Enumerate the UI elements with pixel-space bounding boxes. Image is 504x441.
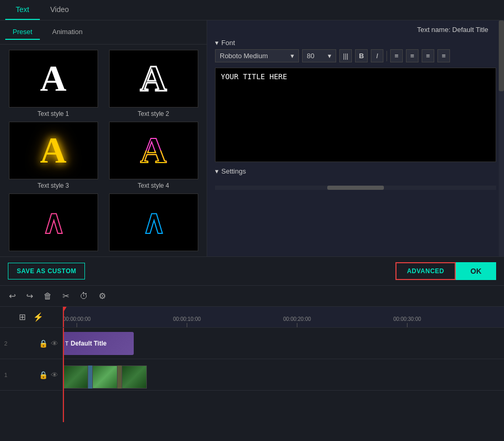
style-letter-5: ∧ bbox=[42, 204, 65, 241]
undo-button[interactable]: ↩ bbox=[8, 290, 17, 302]
save-as-custom-button[interactable]: SAVE AS CUSTOM bbox=[8, 263, 85, 279]
track-lock-icon-1[interactable]: 🔒 bbox=[39, 371, 48, 379]
tab-animation[interactable]: Animation bbox=[45, 25, 90, 40]
format-italic-btn[interactable]: I bbox=[371, 49, 383, 62]
text-clip-name: Default Title bbox=[71, 340, 106, 347]
right-panel: Text name: Default Title ▾ Font Roboto M… bbox=[207, 20, 504, 256]
style-item-2[interactable]: A Text style 2 bbox=[105, 50, 201, 117]
font-controls: Roboto Medium ▾ 80 ▾ ||| B I ≡ ≡ ≡ ≡ bbox=[215, 49, 496, 62]
right-buttons-group: ADVANCED OK bbox=[395, 262, 496, 280]
style-item-4[interactable]: A Text style 4 bbox=[105, 122, 201, 189]
settings-section-header: ▾ Settings bbox=[215, 167, 496, 175]
timeline-main: 00:00:00:00 00:00:10:00 00:00:20:00 00:0… bbox=[63, 307, 504, 422]
settings-button[interactable]: ⚙ bbox=[98, 290, 107, 302]
font-section-label: Font bbox=[221, 39, 235, 47]
format-strikethrough-btn[interactable]: ||| bbox=[339, 49, 352, 62]
video-clip-2[interactable] bbox=[92, 365, 117, 389]
text-input-area[interactable]: YOUR TITLE HERE bbox=[215, 68, 496, 162]
video-thumb-inner-1 bbox=[63, 366, 88, 388]
track-eye-icon-2[interactable]: 👁 bbox=[51, 339, 58, 348]
style-letter-6: ∧ bbox=[142, 204, 165, 241]
track-control-row-2: 2 🔒 👁 bbox=[0, 328, 62, 359]
format-align-justify-btn[interactable]: ≡ bbox=[437, 49, 450, 62]
main-content: Preset Animation A Text style 1 A Text s… bbox=[0, 20, 504, 256]
settings-section-label: Settings bbox=[221, 167, 246, 175]
settings-section: ▾ Settings bbox=[215, 167, 496, 178]
tab-text[interactable]: Text bbox=[5, 0, 40, 20]
format-align-left-btn[interactable]: ≡ bbox=[390, 49, 403, 62]
left-panel: Preset Animation A Text style 1 A Text s… bbox=[0, 20, 207, 256]
format-align-center-btn[interactable]: ≡ bbox=[406, 49, 419, 62]
font-size-value: 80 bbox=[307, 52, 314, 60]
video-clip-3[interactable] bbox=[122, 365, 147, 389]
ok-button[interactable]: OK bbox=[456, 262, 496, 280]
unlink-button[interactable]: ⚡ bbox=[32, 311, 45, 323]
style-label-1: Text style 1 bbox=[37, 110, 69, 117]
style-preview-3: A bbox=[9, 122, 98, 179]
font-family-dropdown[interactable]: Roboto Medium ▾ bbox=[215, 49, 299, 62]
format-align-right-btn[interactable]: ≡ bbox=[422, 49, 434, 62]
font-section-header: ▾ Font bbox=[215, 39, 496, 47]
clock-button[interactable]: ⏱ bbox=[79, 291, 89, 302]
text-clip-icon: T bbox=[65, 340, 69, 347]
timeline-ruler: 00:00:00:00 00:00:10:00 00:00:20:00 00:0… bbox=[63, 307, 504, 328]
ruler-tick-30: 00:00:30:00 bbox=[393, 316, 421, 327]
settings-collapse-icon[interactable]: ▾ bbox=[215, 167, 219, 175]
action-buttons-bar: SAVE AS CUSTOM ADVANCED OK bbox=[0, 256, 504, 286]
bottom-scrollbar-thumb bbox=[327, 186, 383, 190]
right-scrollbar-thumb bbox=[499, 20, 504, 91]
text-clip[interactable]: T Default Title bbox=[63, 332, 134, 355]
track-eye-icon-1[interactable]: 👁 bbox=[51, 371, 58, 379]
video-clip-1[interactable] bbox=[63, 365, 88, 389]
tab-video[interactable]: Video bbox=[40, 0, 80, 20]
transition-marker-2 bbox=[117, 365, 122, 389]
timeline-left-controls: ⊞ ⚡ 2 🔒 👁 1 🔒 👁 bbox=[0, 307, 63, 422]
timeline-tracks: T Default Title bbox=[63, 328, 504, 422]
track-num-2: 2 bbox=[4, 340, 7, 347]
timeline-add-row: ⊞ ⚡ bbox=[0, 307, 62, 328]
playhead-triangle bbox=[63, 307, 67, 312]
style-letter-2: A bbox=[140, 58, 167, 100]
style-item-6[interactable]: ∧ bbox=[105, 193, 201, 254]
ruler-line-30 bbox=[407, 323, 408, 327]
scissors-button[interactable]: ✂ bbox=[61, 290, 70, 302]
style-item-3[interactable]: A Text style 3 bbox=[5, 122, 101, 189]
ruler-label-30: 00:00:30:00 bbox=[393, 316, 421, 322]
track-lock-icon-2[interactable]: 🔒 bbox=[39, 339, 48, 348]
track-controls: 2 🔒 👁 1 🔒 👁 bbox=[0, 328, 62, 422]
style-letter-3: A bbox=[40, 130, 67, 171]
style-item-1[interactable]: A Text style 1 bbox=[5, 50, 101, 117]
font-size-chevron: ▾ bbox=[328, 52, 331, 60]
top-tab-bar: Text Video bbox=[0, 0, 504, 20]
font-collapse-icon[interactable]: ▾ bbox=[215, 39, 219, 47]
bottom-scrollbar[interactable] bbox=[215, 186, 496, 190]
tab-preset[interactable]: Preset bbox=[5, 25, 40, 40]
advanced-button[interactable]: ADVANCED bbox=[395, 262, 456, 280]
right-scrollbar[interactable] bbox=[499, 20, 504, 256]
track-row-2[interactable]: T Default Title bbox=[63, 328, 504, 359]
sub-tab-bar: Preset Animation bbox=[0, 20, 207, 45]
track-control-row-1: 1 🔒 👁 bbox=[0, 359, 62, 391]
track-playhead bbox=[63, 328, 64, 422]
ruler-tick-0: 00:00:00:00 bbox=[63, 316, 91, 327]
track-row-1[interactable] bbox=[63, 359, 504, 391]
ruler-tick-20: 00:00:20:00 bbox=[283, 316, 311, 327]
ruler-playhead bbox=[63, 307, 64, 327]
video-thumb-inner-3 bbox=[122, 366, 146, 388]
style-preview-2: A bbox=[109, 50, 198, 107]
style-preview-6: ∧ bbox=[109, 193, 198, 251]
redo-button[interactable]: ↪ bbox=[25, 290, 34, 302]
format-bold-btn[interactable]: B bbox=[355, 49, 368, 62]
font-size-dropdown[interactable]: 80 ▾ bbox=[302, 49, 336, 62]
style-label-4: Text style 4 bbox=[137, 182, 169, 189]
style-letter-1: A bbox=[40, 58, 67, 100]
ruler-line-0 bbox=[77, 323, 77, 327]
font-family-chevron: ▾ bbox=[291, 52, 294, 60]
style-item-5[interactable]: ∧ bbox=[5, 193, 101, 254]
transition-marker-1 bbox=[88, 365, 92, 389]
ruler-tick-10: 00:00:10:00 bbox=[173, 316, 201, 327]
video-thumb-inner-2 bbox=[93, 366, 117, 388]
ruler-line-10 bbox=[187, 323, 187, 327]
delete-button[interactable]: 🗑 bbox=[42, 291, 53, 302]
add-track-button[interactable]: ⊞ bbox=[18, 311, 27, 323]
